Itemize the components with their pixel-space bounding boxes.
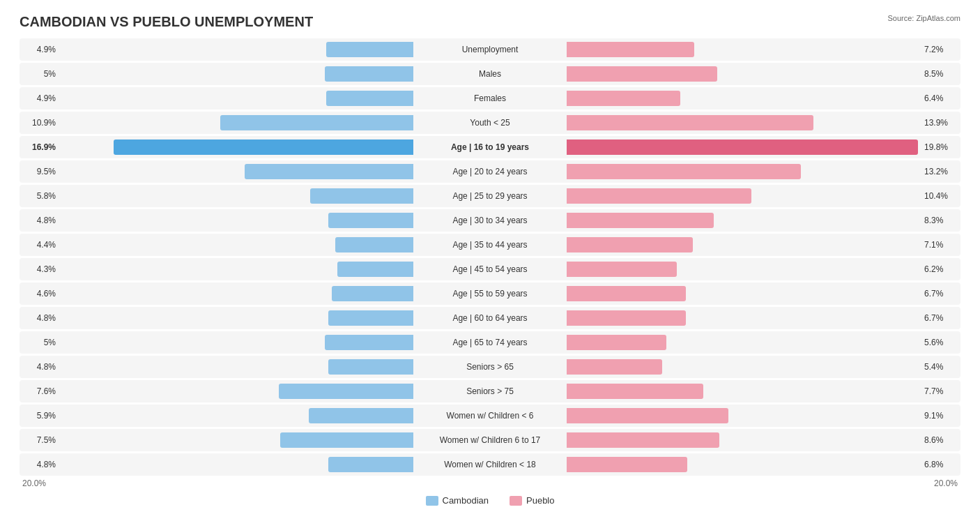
left-bar-wrap xyxy=(59,188,413,204)
x-axis-right: 20.0% xyxy=(934,478,958,488)
row-label: Seniors > 65 xyxy=(413,362,567,372)
left-bar-wrap xyxy=(59,66,413,82)
right-bar-wrap xyxy=(567,262,921,277)
legend-cambodian-label: Cambodian xyxy=(443,495,489,506)
left-value: 4.8% xyxy=(22,362,59,372)
bar-row: 4.9% Females 6.4% xyxy=(20,87,960,110)
left-value: 5% xyxy=(22,338,59,347)
left-value: 5.8% xyxy=(22,191,59,201)
right-bar xyxy=(567,432,719,448)
left-value: 4.9% xyxy=(22,45,59,54)
right-value: 19.8% xyxy=(921,142,958,152)
right-bar-wrap xyxy=(567,359,921,375)
legend-pueblo-swatch xyxy=(510,496,522,506)
right-bar-wrap xyxy=(567,335,921,350)
left-bar-wrap xyxy=(59,164,413,179)
right-bar-wrap xyxy=(567,66,921,82)
left-value: 7.5% xyxy=(22,435,59,445)
row-label: Age | 16 to 19 years xyxy=(413,142,567,152)
left-bar-wrap xyxy=(59,139,413,155)
right-bar xyxy=(567,359,662,375)
right-bar xyxy=(567,408,728,423)
chart-source: Source: ZipAtlas.com xyxy=(887,14,960,22)
left-bar xyxy=(279,384,413,399)
right-bar-wrap xyxy=(567,115,921,130)
right-bar xyxy=(567,457,687,472)
right-value: 7.2% xyxy=(921,45,958,54)
left-value: 4.9% xyxy=(22,93,59,103)
right-value: 8.5% xyxy=(921,69,958,79)
left-bar xyxy=(335,237,413,252)
right-bar xyxy=(567,286,686,301)
right-value: 8.3% xyxy=(921,216,958,225)
bar-row: 7.5% Women w/ Children 6 to 17 8.6% xyxy=(20,429,960,451)
right-value: 13.9% xyxy=(921,118,958,128)
right-bar xyxy=(567,42,694,57)
left-value: 4.3% xyxy=(22,264,59,274)
row-label: Women w/ Children 6 to 17 xyxy=(413,435,567,445)
right-bar-wrap xyxy=(567,432,921,448)
right-bar-wrap xyxy=(567,188,921,204)
right-bar xyxy=(567,91,680,106)
bar-row: 9.5% Age | 20 to 24 years 13.2% xyxy=(20,160,960,183)
left-bar xyxy=(326,91,413,106)
bar-row: 4.8% Women w/ Children < 18 6.8% xyxy=(20,453,960,476)
row-label: Age | 65 to 74 years xyxy=(413,338,567,347)
bar-row: 7.6% Seniors > 75 7.7% xyxy=(20,380,960,402)
row-label: Youth < 25 xyxy=(413,118,567,128)
legend-pueblo: Pueblo xyxy=(510,495,554,506)
left-value: 9.5% xyxy=(22,167,59,176)
right-bar xyxy=(567,139,918,155)
left-bar-wrap xyxy=(59,42,413,57)
left-bar xyxy=(245,164,413,179)
left-value: 5.9% xyxy=(22,411,59,421)
right-bar xyxy=(567,335,666,350)
left-bar xyxy=(114,139,413,155)
bar-row: 4.8% Age | 60 to 64 years 6.7% xyxy=(20,307,960,329)
row-label: Seniors > 75 xyxy=(413,386,567,396)
row-label: Age | 35 to 44 years xyxy=(413,240,567,250)
right-bar xyxy=(567,115,813,130)
bar-row: 4.8% Seniors > 65 5.4% xyxy=(20,356,960,378)
left-bar-wrap xyxy=(59,237,413,252)
x-axis: 20.0% 20.0% xyxy=(20,478,960,488)
right-value: 6.7% xyxy=(921,313,958,323)
right-bar xyxy=(567,237,693,252)
right-bar-wrap xyxy=(567,213,921,228)
legend-pueblo-label: Pueblo xyxy=(526,495,554,506)
row-label: Women w/ Children < 6 xyxy=(413,411,567,421)
right-value: 6.2% xyxy=(921,264,958,274)
right-bar-wrap xyxy=(567,164,921,179)
right-value: 5.6% xyxy=(921,338,958,347)
bar-row: 4.9% Unemployment 7.2% xyxy=(20,38,960,61)
left-bar xyxy=(309,408,413,423)
bar-row: 4.8% Age | 30 to 34 years 8.3% xyxy=(20,209,960,232)
left-bar-wrap xyxy=(59,359,413,375)
right-bar-wrap xyxy=(567,384,921,399)
left-bar xyxy=(328,457,413,472)
row-label: Unemployment xyxy=(413,45,567,54)
left-bar xyxy=(328,310,413,326)
bar-row: 10.9% Youth < 25 13.9% xyxy=(20,112,960,134)
row-label: Age | 45 to 54 years xyxy=(413,264,567,274)
left-bar xyxy=(337,262,413,277)
left-bar-wrap xyxy=(59,457,413,472)
right-value: 7.1% xyxy=(921,240,958,250)
left-bar-wrap xyxy=(59,286,413,301)
left-value: 4.6% xyxy=(22,289,59,299)
bar-row: 5% Age | 65 to 74 years 5.6% xyxy=(20,331,960,354)
left-value: 4.4% xyxy=(22,240,59,250)
left-value: 16.9% xyxy=(22,142,59,152)
left-bar xyxy=(328,213,413,228)
right-value: 8.6% xyxy=(921,435,958,445)
left-value: 4.8% xyxy=(22,460,59,469)
right-bar-wrap xyxy=(567,408,921,423)
left-value: 7.6% xyxy=(22,386,59,396)
left-bar xyxy=(325,66,413,82)
right-bar xyxy=(567,213,714,228)
right-bar xyxy=(567,164,801,179)
left-bar xyxy=(332,286,413,301)
bar-row: 16.9% Age | 16 to 19 years 19.8% xyxy=(20,136,960,158)
right-value: 5.4% xyxy=(921,362,958,372)
bar-row: 4.6% Age | 55 to 59 years 6.7% xyxy=(20,282,960,305)
